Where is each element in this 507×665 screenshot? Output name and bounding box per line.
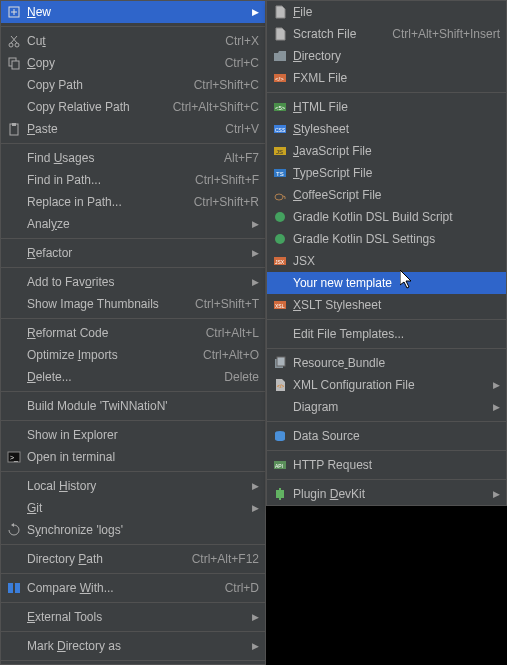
blank-icon <box>5 638 23 654</box>
left-item-analyze[interactable]: Analyze▶ <box>1 213 265 235</box>
left-item-compare-with[interactable]: Compare With...Ctrl+D <box>1 577 265 599</box>
right-item-diagram[interactable]: Diagram▶ <box>267 396 506 418</box>
right-item-typescript-file[interactable]: TSTypeScript File <box>267 162 506 184</box>
svg-text:<5>: <5> <box>275 105 286 111</box>
right-item-xslt-stylesheet[interactable]: XSLXSLT Stylesheet <box>267 294 506 316</box>
blank-icon <box>5 150 23 166</box>
menu-item-label: Gradle Kotlin DSL Settings <box>291 232 500 246</box>
menu-separator <box>1 26 265 27</box>
menu-separator <box>1 471 265 472</box>
submenu-arrow-icon: ▶ <box>249 7 259 17</box>
submenu-arrow-icon: ▶ <box>249 219 259 229</box>
left-item-add-to-favorites[interactable]: Add to Favorites▶ <box>1 271 265 293</box>
left-item-show-in-explorer[interactable]: Show in Explorer <box>1 424 265 446</box>
right-item-javascript-file[interactable]: JSJavaScript File <box>267 140 506 162</box>
right-item-your-new-template[interactable]: Your new template <box>267 272 506 294</box>
blank-icon <box>5 274 23 290</box>
svg-text:</>: </> <box>275 76 284 82</box>
left-item-new[interactable]: New▶ <box>1 1 265 23</box>
svg-rect-10 <box>12 123 16 126</box>
right-item-directory[interactable]: Directory <box>267 45 506 67</box>
right-item-stylesheet[interactable]: CSSStylesheet <box>267 118 506 140</box>
menu-item-shortcut: Delete <box>212 370 259 384</box>
right-item-http-request[interactable]: APIHTTP Request <box>267 454 506 476</box>
menu-item-label: Diagram <box>291 400 490 414</box>
menu-separator <box>267 92 506 93</box>
submenu-arrow-icon: ▶ <box>490 489 500 499</box>
right-item-xml-configuration-file[interactable]: </>XML Configuration File▶ <box>267 374 506 396</box>
menu-item-shortcut: Ctrl+V <box>213 122 259 136</box>
context-menu-right: FileScratch FileCtrl+Alt+Shift+InsertDir… <box>266 0 507 506</box>
svg-text:JS: JS <box>276 149 283 155</box>
right-item-coffeescript-file[interactable]: CoffeeScript File <box>267 184 506 206</box>
right-item-edit-file-templates[interactable]: Edit File Templates... <box>267 323 506 345</box>
left-item-synchronize-logs[interactable]: Synchronize 'logs' <box>1 519 265 541</box>
menu-item-label: Copy <box>25 56 213 70</box>
left-item-cut[interactable]: CutCtrl+X <box>1 30 265 52</box>
right-item-data-source[interactable]: Data Source <box>267 425 506 447</box>
svg-rect-49 <box>279 497 281 500</box>
right-item-file[interactable]: File <box>267 1 506 23</box>
blank-icon <box>5 551 23 567</box>
submenu-arrow-icon: ▶ <box>249 248 259 258</box>
right-item-plugin-devkit[interactable]: Plugin DevKit▶ <box>267 483 506 505</box>
svg-rect-8 <box>12 61 19 69</box>
menu-item-label: HTML File <box>291 100 500 114</box>
menu-item-shortcut: Ctrl+Alt+L <box>194 326 259 340</box>
right-item-jsx[interactable]: JSXJSX <box>267 250 506 272</box>
blank-icon <box>271 275 289 291</box>
right-item-html-file[interactable]: <5>HTML File <box>267 96 506 118</box>
left-item-replace-in-path[interactable]: Replace in Path...Ctrl+Shift+R <box>1 191 265 213</box>
left-item-optimize-imports[interactable]: Optimize ImportsCtrl+Alt+O <box>1 344 265 366</box>
jsx-icon: JSX <box>271 253 289 269</box>
right-item-scratch-file[interactable]: Scratch FileCtrl+Alt+Shift+Insert <box>267 23 506 45</box>
left-item-local-history[interactable]: Local History▶ <box>1 475 265 497</box>
left-item-directory-path[interactable]: Directory PathCtrl+Alt+F12 <box>1 548 265 570</box>
left-item-mark-directory-as[interactable]: Mark Directory as▶ <box>1 635 265 657</box>
svg-text:</>: </> <box>277 383 284 389</box>
right-item-gradle-kotlin-dsl-build-script[interactable]: Gradle Kotlin DSL Build Script <box>267 206 506 228</box>
right-item-fxml-file[interactable]: </>FXML File <box>267 67 506 89</box>
menu-item-label: External Tools <box>25 610 249 624</box>
blank-icon <box>5 77 23 93</box>
html-icon: <5> <box>271 99 289 115</box>
menu-item-label: FXML File <box>291 71 500 85</box>
menu-separator <box>267 479 506 480</box>
menu-item-label: Replace in Path... <box>25 195 182 209</box>
left-item-copy-path[interactable]: Copy PathCtrl+Shift+C <box>1 74 265 96</box>
menu-item-label: Open in terminal <box>25 450 259 464</box>
menu-item-label: Show Image Thumbnails <box>25 297 183 311</box>
svg-point-35 <box>275 212 285 222</box>
svg-text:TS: TS <box>276 171 284 177</box>
right-item-resource-bundle[interactable]: Resource Bundle <box>267 352 506 374</box>
menu-item-shortcut: Alt+F7 <box>212 151 259 165</box>
left-item-git[interactable]: Git▶ <box>1 497 265 519</box>
left-item-copy[interactable]: CopyCtrl+C <box>1 52 265 74</box>
xsl-icon: XSL <box>271 297 289 313</box>
menu-item-label: Mark Directory as <box>25 639 249 653</box>
left-item-build-module-twinnation[interactable]: Build Module 'TwiNNatioN' <box>1 395 265 417</box>
left-item-reformat-code[interactable]: Reformat CodeCtrl+Alt+L <box>1 322 265 344</box>
terminal-icon: >_ <box>5 449 23 465</box>
fxml-icon: </> <box>271 70 289 86</box>
left-item-show-image-thumbnails[interactable]: Show Image ThumbnailsCtrl+Shift+T <box>1 293 265 315</box>
blank-icon <box>5 296 23 312</box>
left-item-find-usages[interactable]: Find UsagesAlt+F7 <box>1 147 265 169</box>
left-item-copy-relative-path[interactable]: Copy Relative PathCtrl+Alt+Shift+C <box>1 96 265 118</box>
left-item-delete[interactable]: Delete...Delete <box>1 366 265 388</box>
menu-item-label: TypeScript File <box>291 166 500 180</box>
left-item-open-in-terminal[interactable]: >_Open in terminal <box>1 446 265 468</box>
menu-separator <box>1 660 265 661</box>
menu-item-label: Plugin DevKit <box>291 487 490 501</box>
menu-separator <box>1 267 265 268</box>
left-item-external-tools[interactable]: External Tools▶ <box>1 606 265 628</box>
left-item-paste[interactable]: PasteCtrl+V <box>1 118 265 140</box>
submenu-arrow-icon: ▶ <box>490 402 500 412</box>
left-item-refactor[interactable]: Refactor▶ <box>1 242 265 264</box>
right-item-gradle-kotlin-dsl-settings[interactable]: Gradle Kotlin DSL Settings <box>267 228 506 250</box>
left-item-find-in-path[interactable]: Find in Path...Ctrl+Shift+F <box>1 169 265 191</box>
blank-icon <box>5 398 23 414</box>
menu-item-label: XSLT Stylesheet <box>291 298 500 312</box>
blank-icon <box>5 172 23 188</box>
menu-item-shortcut: Ctrl+Alt+Shift+Insert <box>380 27 500 41</box>
